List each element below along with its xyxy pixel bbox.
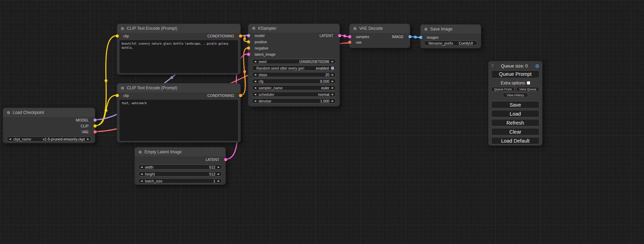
widget-value: normal (274, 92, 329, 97)
output-dot-latent[interactable] (338, 34, 341, 37)
arrow-left-icon[interactable]: ◀ (141, 180, 142, 182)
queue-front-button[interactable]: Queue Front (491, 87, 514, 91)
arrow-right-icon[interactable]: ▶ (332, 60, 334, 63)
collapse-dot-icon[interactable] (7, 111, 10, 114)
node-header[interactable]: KSampler (248, 24, 339, 33)
collapse-dot-icon[interactable] (121, 27, 124, 30)
output-label-latent: LATENT (206, 157, 219, 162)
input-dot-images[interactable] (419, 36, 422, 39)
widget-steps[interactable]: ◀ steps 20 ▶ (252, 72, 336, 77)
view-queue-button[interactable]: View Queue (516, 87, 539, 91)
save-button[interactable]: Save (491, 101, 539, 108)
widget-seed[interactable]: ◀ seed 156680208700286 ▶ (252, 59, 336, 64)
arrow-right-icon[interactable]: ▶ (332, 80, 334, 82)
widget-value: 512 (155, 172, 215, 176)
gear-icon[interactable]: ⚙ (535, 64, 539, 69)
drag-handle-icon[interactable]: ⠿ (491, 64, 494, 68)
node-vae-decode[interactable]: VAE Decode samples IMAGE vae (349, 24, 410, 48)
input-dot-positive[interactable] (247, 40, 250, 44)
widget-value: euler (283, 86, 329, 90)
output-dot-model[interactable] (94, 118, 97, 121)
extra-options-label: Extra options (501, 81, 525, 85)
arrow-left-icon[interactable]: ◀ (254, 87, 256, 89)
widget-denoise[interactable]: ◀ denoise 1.000 ▶ (252, 98, 336, 103)
widget-height[interactable]: ◀ height 512 ▶ (138, 171, 222, 177)
extra-options-row: Extra options (491, 81, 539, 85)
arrow-left-icon[interactable]: ◀ (254, 100, 256, 102)
node-ksampler[interactable]: KSampler model LATENT positive negative … (248, 24, 340, 107)
output-dot-conditioning[interactable] (239, 35, 242, 38)
input-dot-samples[interactable] (348, 35, 351, 38)
widget-ckpt-name[interactable]: ◀ ckpt_name v1-5-pruned-emaonly.ckpt ▶ (7, 136, 91, 142)
graph-canvas[interactable]: Load Checkpoint MODEL CLIP VAE ◀ ckpt_na… (0, 0, 644, 244)
collapse-dot-icon[interactable] (353, 27, 356, 30)
view-history-row: View History (491, 93, 539, 97)
widget-width[interactable]: ◀ width 512 ▶ (138, 164, 222, 170)
node-header[interactable]: CLIP Text Encode (Prompt) (117, 24, 240, 33)
collapse-dot-icon[interactable] (121, 87, 124, 90)
output-dot-clip[interactable] (94, 124, 97, 127)
widget-batch-size[interactable]: ◀ batch_size 1 ▶ (138, 178, 222, 183)
input-dot-clip[interactable] (116, 94, 119, 97)
clear-button[interactable]: Clear (491, 128, 539, 135)
output-dot-vae[interactable] (94, 130, 97, 133)
widget-scheduler[interactable]: ◀ scheduler normal ▶ (252, 92, 336, 97)
load-button[interactable]: Load (491, 110, 539, 117)
node-header[interactable]: CLIP Text Encode (Prompt) (117, 83, 240, 92)
widget-random-seed-toggle[interactable]: Random seed after every gen enabled (252, 65, 336, 71)
arrow-right-icon[interactable]: ▶ (332, 100, 334, 102)
toggle-indicator-icon[interactable] (331, 66, 334, 70)
widget-value: v1-5-pruned-emaonly.ckpt (31, 137, 85, 141)
input-dot-model[interactable] (247, 34, 250, 37)
arrow-left-icon[interactable]: ◀ (141, 173, 142, 175)
input-dot-clip[interactable] (116, 35, 119, 38)
node-load-checkpoint[interactable]: Load Checkpoint MODEL CLIP VAE ◀ ckpt_na… (3, 108, 95, 143)
node-save-image[interactable]: Save Image images filename_prefix ComfyU… (420, 24, 481, 48)
input-dot-latent-image[interactable] (247, 53, 250, 56)
widget-filename-prefix[interactable]: filename_prefix ComfyUI (424, 40, 477, 46)
arrow-left-icon[interactable]: ◀ (9, 138, 11, 140)
arrow-right-icon[interactable]: ▶ (218, 180, 220, 182)
arrow-right-icon[interactable]: ▶ (218, 166, 220, 168)
arrow-right-icon[interactable]: ▶ (87, 138, 89, 140)
link-midpoint-dot (105, 109, 107, 112)
input-dot-negative[interactable] (247, 47, 250, 50)
node-title: KSampler (258, 26, 276, 31)
arrow-left-icon[interactable]: ◀ (254, 80, 256, 82)
collapse-dot-icon[interactable] (424, 28, 427, 31)
collapse-dot-icon[interactable] (139, 151, 142, 154)
positive-prompt-textarea[interactable]: beautiful scenery nature glass bottle la… (120, 40, 238, 73)
node-header[interactable]: Load Checkpoint (3, 108, 95, 117)
node-clip-text-encode-positive[interactable]: CLIP Text Encode (Prompt) clip CONDITION… (117, 24, 241, 75)
arrow-left-icon[interactable]: ◀ (254, 60, 256, 63)
output-dot-conditioning[interactable] (239, 94, 242, 97)
input-label-negative: negative (255, 46, 268, 50)
node-empty-latent-image[interactable]: Empty Latent Image LATENT ◀ width 512 ▶ … (134, 147, 226, 185)
input-dot-vae[interactable] (348, 41, 351, 44)
widget-cfg[interactable]: ◀ cfg 8.000 ▶ (252, 79, 336, 84)
arrow-left-icon[interactable]: ◀ (254, 73, 256, 76)
node-header[interactable]: Empty Latent Image (135, 147, 226, 156)
view-history-button[interactable]: View History (503, 93, 528, 97)
load-default-button[interactable]: Load Default (491, 137, 539, 144)
node-header[interactable]: VAE Decode (350, 24, 410, 33)
node-header[interactable]: Save Image (421, 25, 481, 34)
arrow-left-icon[interactable]: ◀ (141, 166, 142, 168)
negative-prompt-textarea[interactable]: text, watermark (120, 100, 238, 141)
widget-label: sampler_name (258, 86, 282, 90)
widget-sampler-name[interactable]: ◀ sampler_name euler ▶ (252, 85, 336, 90)
queue-prompt-button[interactable]: Queue Prompt (491, 70, 539, 78)
arrow-right-icon[interactable]: ▶ (332, 73, 334, 76)
arrow-right-icon[interactable]: ▶ (332, 87, 334, 89)
widget-label: scheduler (258, 92, 274, 97)
output-dot-image[interactable] (408, 35, 412, 38)
arrow-right-icon[interactable]: ▶ (218, 173, 220, 175)
collapse-dot-icon[interactable] (252, 27, 255, 30)
arrow-left-icon[interactable]: ◀ (254, 93, 256, 96)
queue-panel: ⠿ Queue size: 0 ⚙ Queue Prompt Extra opt… (488, 61, 542, 146)
refresh-button[interactable]: Refresh (491, 119, 539, 126)
output-dot-latent[interactable] (224, 158, 227, 161)
node-clip-text-encode-negative[interactable]: CLIP Text Encode (Prompt) clip CONDITION… (117, 83, 241, 143)
arrow-right-icon[interactable]: ▶ (332, 93, 334, 96)
extra-options-checkbox[interactable] (527, 81, 530, 84)
